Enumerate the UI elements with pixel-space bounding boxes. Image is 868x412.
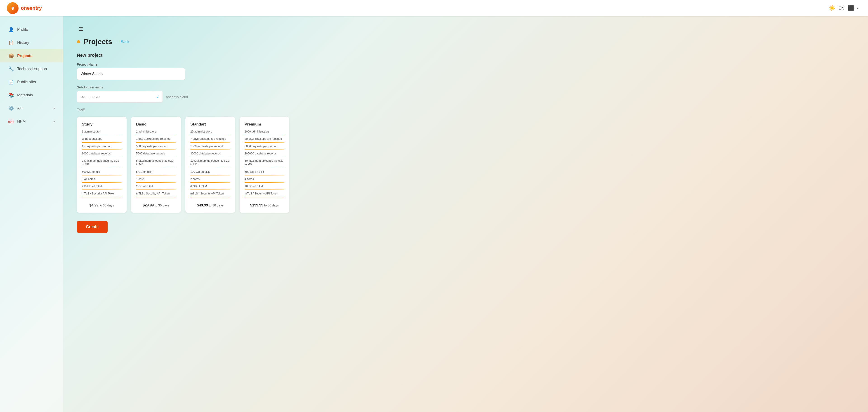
tariff-divider (136, 175, 176, 175)
project-name-input[interactable] (77, 68, 185, 80)
logout-icon[interactable]: ⬛→ (848, 5, 859, 11)
tariff-price: $29.99 to 30 days (143, 204, 169, 207)
tariff-card-title: Study (82, 122, 122, 127)
tariff-feature: 5000 requests per second (245, 145, 284, 148)
tariff-divider (136, 182, 176, 183)
projects-icon: 📦 (8, 53, 14, 59)
tariff-divider (245, 135, 284, 135)
tariff-divider (136, 157, 176, 157)
sidebar-item-label: Technical support (17, 67, 47, 71)
tariff-feature: mTLS / Security API Token (136, 192, 176, 195)
subdomain-input[interactable] (77, 91, 163, 102)
page-title: Projects (84, 37, 112, 46)
tariff-divider (245, 175, 284, 175)
tariff-feature: 15 requests per second (82, 145, 122, 148)
tariff-divider (190, 182, 230, 183)
npm-icon: npm (8, 118, 14, 124)
sidebar-item-projects[interactable]: 📦 Projects (0, 49, 63, 62)
tariff-card-premium[interactable]: Premium1000 administrators30 days Backup… (240, 117, 289, 213)
tariff-divider (190, 168, 230, 168)
materials-icon: 📚 (8, 92, 14, 98)
api-icon: ⚙️ (8, 106, 14, 111)
chevron-down-icon: ▾ (53, 107, 55, 110)
sidebar-item-technical-support[interactable]: 🔧 Technical support (0, 62, 63, 76)
tariff-price-area: $4.99 to 30 days (82, 199, 122, 207)
tariff-card-title: Basic (136, 122, 176, 127)
sidebar-item-materials[interactable]: 📚 Materials (0, 89, 63, 102)
tariff-divider (82, 189, 122, 190)
sun-icon: ☀️ (829, 5, 835, 11)
tariff-divider (245, 197, 284, 198)
layout: 👤 Profile 📋 History 📦 Projects 🔧 Technic… (0, 16, 868, 412)
tariff-divider (245, 142, 284, 143)
tariff-feature: 730 MB of RAM (82, 184, 122, 188)
tariff-divider (245, 149, 284, 150)
tariff-feature: 500 GB on disk (245, 170, 284, 174)
subdomain-label: Subdomain name (77, 85, 855, 89)
tariff-divider (245, 157, 284, 157)
new-project-title: New project (77, 53, 855, 58)
tariff-price: $49.99 to 30 days (197, 204, 223, 207)
tariff-feature: mTLS / Security API Token (82, 192, 122, 195)
sidebar-item-public-offer[interactable]: 📄 Public offer (0, 76, 63, 89)
back-link[interactable]: ← Back (116, 39, 129, 44)
tariff-price-area: $199.99 to 30 days (245, 199, 284, 207)
tariff-feature: 1 day Backups are retained (136, 137, 176, 141)
tariff-feature: 2 administrators (136, 130, 176, 134)
tariff-feature: 1000 administrators (245, 130, 284, 134)
sidebar-item-label: Projects (17, 54, 32, 58)
sidebar-item-history[interactable]: 📋 History (0, 36, 63, 49)
tariff-divider (82, 175, 122, 175)
tariff-divider (82, 142, 122, 143)
tariff-feature: 20 administrators (190, 130, 230, 134)
subdomain-group: Subdomain name ✓ .oneentry.cloud (77, 85, 855, 102)
tariff-divider (190, 142, 230, 143)
tariff-divider (190, 157, 230, 157)
create-button[interactable]: Create (77, 221, 107, 233)
offer-icon: 📄 (8, 79, 14, 85)
tariff-divider (190, 175, 230, 175)
sidebar-item-npm[interactable]: npm NPM ▾ (0, 115, 63, 128)
sidebar-item-profile[interactable]: 👤 Profile (0, 23, 63, 36)
logo-area: e oneentry (7, 2, 42, 14)
tariff-divider (82, 182, 122, 183)
tariff-feature: 1 administrator (82, 130, 122, 134)
tariff-feature: 2 cores (190, 177, 230, 181)
tariff-card-study[interactable]: Study1 administratorwithout backups15 re… (77, 117, 127, 213)
tariff-feature: 300000 database records (245, 152, 284, 155)
sidebar-item-label: Profile (17, 27, 28, 32)
page-header: Projects ← Back (77, 37, 855, 46)
tariff-feature: 4 cores (245, 177, 284, 181)
tariff-feature: 30000 database records (190, 152, 230, 155)
tariff-divider (190, 189, 230, 190)
tariff-feature: 50 Maximum uploaded file size in MB (245, 159, 284, 167)
tariff-divider (136, 135, 176, 135)
tariff-feature: 1 core (136, 177, 176, 181)
hamburger-menu-button[interactable]: ☰ (77, 25, 85, 33)
tariff-cards: Study1 administratorwithout backups15 re… (77, 117, 855, 213)
tariff-feature: 4 GB of RAM (190, 184, 230, 188)
tariff-card-basic[interactable]: Basic2 administrators1 day Backups are r… (131, 117, 181, 213)
tariff-divider (136, 197, 176, 198)
subdomain-input-wrap: ✓ (77, 91, 163, 102)
tariff-divider (136, 149, 176, 150)
tariff-divider (245, 189, 284, 190)
tariff-card-standart[interactable]: Standart20 administrators7 days Backups … (185, 117, 235, 213)
subdomain-input-row: ✓ .oneentry.cloud (77, 91, 855, 102)
sidebar-item-api[interactable]: ⚙️ API ▾ (0, 102, 63, 115)
top-right-area: ☀️ EN ⬛→ (829, 5, 859, 11)
tariff-feature: 30 days Backups are retained (245, 137, 284, 141)
tariff-divider (82, 135, 122, 135)
tariff-feature: 5000 database records (136, 152, 176, 155)
check-icon: ✓ (156, 94, 160, 99)
tariff-feature: without backups (82, 137, 122, 141)
tariff-feature: 0.41 cores (82, 177, 122, 181)
tariff-feature: 2 Maximum uploaded file size in MB (82, 159, 122, 167)
language-label[interactable]: EN (839, 6, 844, 11)
tariff-divider (190, 135, 230, 135)
tariff-feature: 2 GB of RAM (136, 184, 176, 188)
sidebar: 👤 Profile 📋 History 📦 Projects 🔧 Technic… (0, 16, 63, 412)
domain-suffix: .oneentry.cloud (165, 95, 188, 99)
sidebar-item-label: Public offer (17, 80, 36, 84)
tariff-price: $199.99 to 30 days (250, 204, 279, 207)
